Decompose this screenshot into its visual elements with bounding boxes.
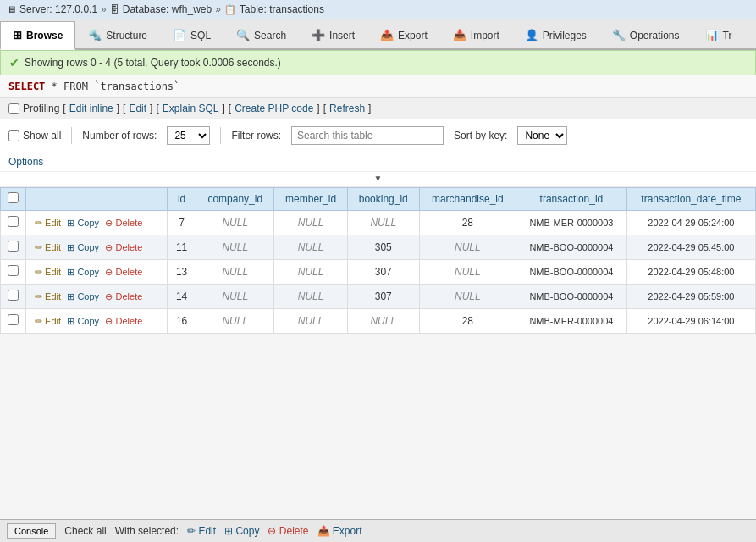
col-header-checkbox (1, 188, 26, 211)
cell-id: 13 (168, 260, 196, 285)
sql-tab-icon: 📄 (173, 29, 186, 41)
profiling-bar: Profiling [ Edit inline ] [ Edit ] [ Exp… (0, 98, 756, 119)
export-tab-icon: 📤 (380, 29, 394, 41)
row-checkbox-cell (1, 211, 26, 235)
row-actions-cell: ✏ Edit ⊞ Copy ⊖ Delete (26, 309, 168, 334)
edit-button[interactable]: ✏ Edit (33, 290, 63, 303)
select-all-checkbox[interactable] (8, 192, 19, 203)
show-all-checkbox[interactable] (8, 130, 19, 141)
null-value: NULL (222, 217, 248, 229)
col-header-company-id[interactable]: company_id (196, 188, 274, 211)
refresh-link[interactable]: Refresh (329, 102, 365, 114)
table-label: Table: transactions (240, 3, 324, 15)
tab-insert[interactable]: ➕ Insert (299, 21, 367, 48)
delete-button[interactable]: ⊖ Delete (103, 217, 144, 230)
tab-tracking[interactable]: 📊 Tr (693, 21, 745, 48)
cell-marchandise_id: NULL (419, 260, 516, 285)
rows-select[interactable]: 25 50 100 250 500 (167, 126, 210, 145)
row-checkbox[interactable] (8, 241, 19, 252)
delete-button[interactable]: ⊖ Delete (103, 315, 144, 328)
copy-button[interactable]: ⊞ Copy (65, 266, 101, 279)
cell-transaction_date_time: 2022-04-29 05:48:00 (626, 260, 755, 285)
tab-operations-label: Operations (630, 30, 680, 41)
col-header-transaction-date-time[interactable]: transaction_date_time (626, 188, 755, 211)
tab-export[interactable]: 📤 Export (367, 21, 440, 48)
cell-booking_id: 307 (348, 285, 420, 309)
row-checkbox-cell (1, 309, 26, 334)
tab-sql[interactable]: 📄 SQL (160, 21, 223, 48)
copy-button[interactable]: ⊞ Copy (65, 290, 101, 303)
col-header-transaction-id[interactable]: transaction_id (516, 188, 627, 211)
col-header-booking-id[interactable]: booking_id (348, 188, 420, 211)
cell-transaction_date_time: 2022-04-29 05:59:00 (626, 285, 755, 309)
cell-member_id: NULL (274, 260, 348, 285)
copy-button[interactable]: ⊞ Copy (65, 217, 101, 230)
cell-transaction_id: NMB-MER-0000004 (516, 309, 627, 334)
null-value: NULL (370, 217, 396, 229)
browse-tab-icon: ⊞ (13, 29, 22, 41)
database-label: Database: wfh_web (123, 3, 212, 15)
cell-booking_id: 305 (348, 235, 420, 260)
divider-2 (220, 127, 221, 144)
edit-link[interactable]: Edit (129, 102, 146, 114)
row-checkbox-cell (1, 260, 26, 285)
import-tab-icon: 📥 (453, 29, 466, 41)
sort-select[interactable]: None (517, 126, 567, 145)
table-row: ✏ Edit ⊞ Copy ⊖ Delete 14NULLNULL307NULL… (1, 285, 756, 309)
tab-structure[interactable]: 🔩 Structure (75, 21, 160, 48)
null-value: NULL (222, 266, 248, 278)
filter-label: Filter rows: (231, 130, 281, 141)
row-checkbox[interactable] (8, 216, 19, 227)
privileges-tab-icon: 👤 (525, 29, 538, 41)
profiling-checkbox[interactable] (8, 103, 19, 114)
null-value: NULL (298, 217, 324, 229)
tab-browse[interactable]: ⊞ Browse (0, 21, 75, 50)
edit-button[interactable]: ✏ Edit (33, 266, 63, 279)
filter-input[interactable] (291, 126, 444, 145)
status-check-icon: ✔ (9, 56, 19, 69)
cell-member_id: NULL (274, 235, 348, 260)
col-header-marchandise-id[interactable]: marchandise_id (419, 188, 516, 211)
cell-company_id: NULL (196, 309, 274, 334)
options-link[interactable]: Options (8, 156, 43, 168)
create-php-link[interactable]: Create PHP code (235, 102, 313, 114)
table-icon: 📋 (224, 4, 236, 15)
tab-bar: ⊞ Browse 🔩 Structure 📄 SQL 🔍 Search ➕ In… (0, 19, 756, 50)
breadcrumb-bar: 🖥 Server: 127.0.0.1 » 🗄 Database: wfh_we… (0, 0, 756, 19)
row-checkbox[interactable] (8, 290, 19, 301)
col-header-member-id[interactable]: member_id (274, 188, 348, 211)
tab-import-label: Import (471, 30, 499, 41)
edit-button[interactable]: ✏ Edit (33, 241, 63, 254)
table-row: ✏ Edit ⊞ Copy ⊖ Delete 11NULLNULL305NULL… (1, 235, 756, 260)
row-checkbox[interactable] (8, 265, 19, 276)
copy-button[interactable]: ⊞ Copy (65, 241, 101, 254)
tab-import[interactable]: 📥 Import (440, 21, 512, 48)
rows-label: Number of rows: (82, 130, 157, 141)
sort-arrow-icon: ▼ (374, 174, 383, 183)
explain-sql-link[interactable]: Explain SQL (163, 102, 219, 114)
row-checkbox[interactable] (8, 314, 19, 325)
edit-button[interactable]: ✏ Edit (33, 217, 63, 230)
server-label: Server: 127.0.0.1 (19, 3, 97, 15)
cell-transaction_id: NMB-BOO-0000004 (516, 260, 627, 285)
rows-label-wrap: Number of rows: (82, 130, 157, 141)
edit-inline-link[interactable]: Edit inline (69, 102, 113, 114)
row-actions-cell: ✏ Edit ⊞ Copy ⊖ Delete (26, 285, 168, 309)
edit-button[interactable]: ✏ Edit (33, 315, 63, 328)
cell-id: 14 (168, 285, 196, 309)
tab-search[interactable]: 🔍 Search (223, 21, 299, 48)
copy-button[interactable]: ⊞ Copy (65, 315, 101, 328)
delete-button[interactable]: ⊖ Delete (103, 241, 144, 254)
tab-privileges[interactable]: 👤 Privileges (512, 21, 599, 48)
cell-transaction_id: NMB-BOO-0000004 (516, 235, 627, 260)
divider-1 (71, 127, 72, 144)
show-all-label: Show all (8, 130, 61, 141)
tab-operations[interactable]: 🔧 Operations (599, 21, 693, 48)
breadcrumb-sep-2: » (215, 3, 221, 15)
cell-id: 7 (168, 211, 196, 235)
col-header-id[interactable]: id (168, 188, 196, 211)
col-header-actions (26, 188, 168, 211)
null-value: NULL (222, 290, 248, 302)
delete-button[interactable]: ⊖ Delete (103, 290, 144, 303)
delete-button[interactable]: ⊖ Delete (103, 266, 144, 279)
